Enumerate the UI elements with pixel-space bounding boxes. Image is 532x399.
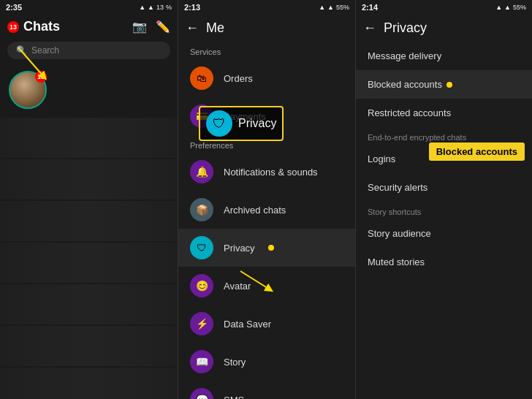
panel-chats: 2:35 ▲ ▲ 13 % 13 Chats 📷 ✏️ 🔍 Search 13 — [0, 0, 178, 399]
menu-muted-stories[interactable]: Muted stories — [356, 248, 532, 276]
annotation-arrow-2 — [237, 267, 281, 297]
signal-icon: ▲ — [139, 4, 145, 11]
status-icons-1: ▲ ▲ 13 % — [139, 4, 172, 11]
status-bar-1: 2:35 ▲ ▲ 13 % — [0, 0, 178, 15]
blocked-accounts-label: Blocked accounts — [368, 79, 442, 90]
status-icons-2: ▲ ▲ 55% — [319, 4, 349, 11]
story-label: Story — [224, 357, 246, 368]
datasaver-icon: ⚡ — [190, 312, 213, 335]
notifications-icon: 🔔 — [190, 160, 213, 183]
chat-row-2[interactable] — [0, 159, 178, 200]
chat-row-4[interactable] — [0, 243, 178, 283]
me-header: ← Me — [178, 15, 355, 42]
blocked-accounts-tooltip: Blocked accounts — [429, 142, 525, 161]
time-2: 2:13 — [184, 3, 200, 12]
chat-row-6[interactable] — [0, 326, 178, 366]
status-bar-3: 2:14 ▲ ▲ 55% — [356, 0, 532, 15]
chat-row-3[interactable] — [0, 201, 178, 241]
time-3: 2:14 — [362, 3, 378, 12]
time-1: 2:35 — [6, 3, 22, 12]
archived-icon: 📦 — [190, 198, 213, 221]
wifi-icon: ▲ — [148, 4, 154, 11]
blocked-accounts-dot — [446, 82, 452, 88]
battery-icon-2: 55% — [336, 4, 349, 11]
menu-security-alerts[interactable]: Security alerts — [356, 173, 532, 202]
panel-privacy: 2:14 ▲ ▲ 55% ← Privacy Message delivery … — [355, 0, 532, 399]
privacy-title: Privacy — [384, 20, 427, 36]
menu-story-audience[interactable]: Story audience — [356, 219, 532, 248]
menu-archived[interactable]: 📦 Archived chats — [178, 191, 355, 229]
privacy-dot — [268, 245, 274, 251]
story-shortcuts-label: Story shortcuts — [356, 202, 532, 219]
chats-header: 13 Chats 📷 ✏️ — [0, 15, 178, 39]
panel-me: 2:13 ▲ ▲ 55% ← Me Services 🛍 Orders 💳 Pa… — [178, 0, 355, 399]
services-label: Services — [178, 42, 355, 59]
chat-list: 13 — [0, 64, 178, 399]
menu-privacy[interactable]: 🛡 Privacy — [178, 229, 355, 267]
orders-icon: 🛍 — [190, 66, 213, 90]
chat-row-7[interactable] — [0, 368, 178, 399]
privacy-icon: 🛡 — [190, 236, 213, 259]
status-bar-2: 2:13 ▲ ▲ 55% — [178, 0, 355, 15]
menu-restricted-accounts[interactable]: Restricted accounts — [356, 99, 532, 127]
archived-label: Archived chats — [224, 205, 286, 216]
svg-line-0 — [18, 48, 44, 77]
orders-label: Orders — [224, 73, 253, 84]
sms-icon: 💬 — [190, 388, 213, 399]
wifi-icon-2: ▲ — [327, 4, 334, 11]
privacy-label: Privacy — [224, 243, 255, 254]
back-button-3[interactable]: ← — [363, 20, 376, 36]
battery-icon-3: 55% — [513, 4, 526, 11]
chats-title: Chats — [23, 19, 60, 34]
notifications-label: Notifications & sounds — [224, 167, 318, 178]
chat-row-5[interactable] — [0, 284, 178, 324]
edit-icon[interactable]: ✏️ — [156, 20, 170, 34]
datasaver-label: Data Saver — [224, 319, 271, 330]
back-button[interactable]: ← — [186, 20, 199, 36]
menu-sms[interactable]: 💬 SMS — [178, 381, 355, 399]
menu-blocked-accounts[interactable]: Blocked accounts — [356, 70, 532, 99]
notification-badge: 13 — [7, 21, 19, 33]
menu-orders[interactable]: 🛍 Orders — [178, 59, 355, 97]
camera-icon[interactable]: 📷 — [132, 20, 147, 34]
privacy-popup-label: Privacy — [238, 117, 276, 130]
blocked-accounts-tooltip-text: Blocked accounts — [436, 146, 517, 157]
privacy-shield-icon: 🛡 — [206, 110, 232, 137]
menu-notifications[interactable]: 🔔 Notifications & sounds — [178, 153, 355, 191]
svg-line-1 — [240, 271, 270, 289]
story-icon: 📖 — [190, 350, 213, 373]
chats-title-area: 13 Chats — [7, 19, 60, 34]
privacy-popup: 🛡 Privacy — [199, 106, 284, 141]
annotation-arrow-1 — [4, 40, 77, 84]
sms-label: SMS — [224, 395, 244, 400]
status-icons-3: ▲ ▲ 55% — [495, 4, 526, 11]
signal-icon-2: ▲ — [319, 4, 325, 11]
avatar-icon: 😊 — [190, 274, 213, 297]
chat-row-1[interactable] — [0, 118, 178, 158]
menu-story[interactable]: 📖 Story — [178, 343, 355, 381]
wifi-icon-3: ▲ — [504, 4, 511, 11]
privacy-header: ← Privacy — [356, 15, 532, 42]
menu-message-delivery[interactable]: Message delivery — [356, 42, 532, 70]
me-title: Me — [206, 20, 224, 36]
battery-icon: 13 — [156, 4, 164, 11]
signal-icon-3: ▲ — [495, 4, 502, 11]
header-icons: 📷 ✏️ — [132, 20, 170, 34]
menu-datasaver[interactable]: ⚡ Data Saver — [178, 305, 355, 343]
